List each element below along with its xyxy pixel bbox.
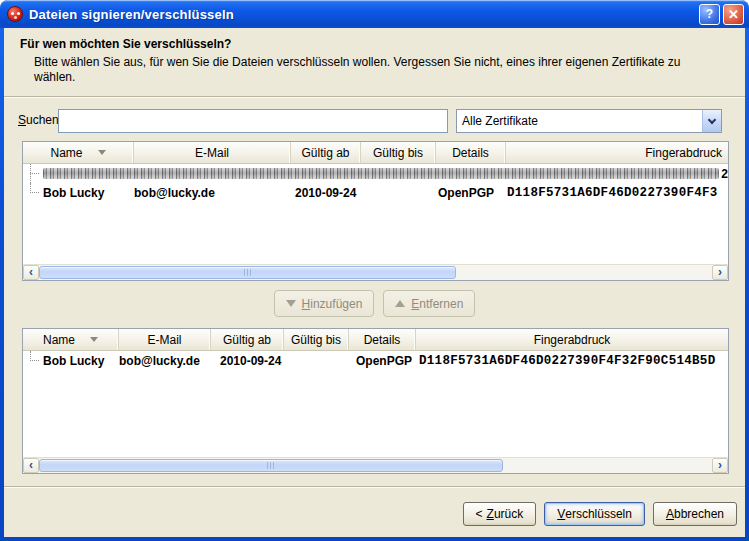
table-row-bob-lucky[interactable]: Bob Lucky bob@lucky.de 2010-09-24 OpenPG… bbox=[23, 183, 728, 202]
tree-branch-icon bbox=[28, 183, 40, 202]
combobox-dropdown-button[interactable] bbox=[702, 110, 721, 132]
cell-fingerprint: D118F5731A6DF46D0227390F4F3 bbox=[506, 186, 728, 200]
column-header-valid-from[interactable]: Gültig ab bbox=[211, 329, 284, 350]
column-header-name-label: Name bbox=[43, 333, 75, 347]
scrollbar-grip-icon bbox=[267, 462, 275, 469]
add-button[interactable]: Hinzufügen bbox=[274, 290, 375, 317]
move-down-icon bbox=[286, 300, 296, 307]
scrollbar-track[interactable] bbox=[39, 265, 712, 280]
add-button-label: Hinzufügen bbox=[302, 297, 363, 311]
selected-table-header: Name E-Mail Gültig ab Gültig bis Details… bbox=[23, 329, 728, 351]
cell-email: bob@lucky.de bbox=[119, 354, 211, 368]
encrypt-button[interactable]: Verschlüsseln bbox=[544, 502, 645, 526]
column-header-name[interactable]: Name bbox=[23, 329, 119, 350]
cell-name: Bob Lucky bbox=[43, 354, 104, 368]
add-button-rest: inzufügen bbox=[310, 297, 362, 311]
tree-branch-icon bbox=[28, 164, 40, 183]
scrollbar-thumb[interactable] bbox=[39, 459, 503, 472]
move-up-icon bbox=[395, 300, 405, 307]
search-label-rest: uchen: bbox=[26, 113, 62, 127]
column-header-email[interactable]: E-Mail bbox=[119, 329, 211, 350]
help-button[interactable]: ? bbox=[699, 4, 720, 25]
cancel-button[interactable]: Abbrechen bbox=[653, 502, 737, 526]
available-table-body: 2 Bob Lucky bob@lucky.de 2010-09-24 Open… bbox=[23, 164, 728, 264]
cell-details: OpenPGP bbox=[436, 186, 506, 200]
encrypt-button-accel: V bbox=[557, 507, 565, 521]
scroll-right-button[interactable]: › bbox=[712, 458, 728, 473]
cancel-button-accel: A bbox=[666, 507, 674, 521]
table-row-redacted[interactable]: 2 bbox=[23, 164, 728, 183]
column-header-fingerprint[interactable]: Fingerabdruck bbox=[506, 142, 728, 163]
scroll-left-icon: ‹ bbox=[29, 266, 33, 278]
remove-button-rest: ntfernen bbox=[419, 297, 463, 311]
column-header-valid-until-label: Gültig bis bbox=[373, 146, 423, 160]
sort-descending-icon bbox=[90, 337, 98, 342]
available-certificates-table: Name E-Mail Gültig ab Gültig bis Details… bbox=[22, 141, 729, 281]
column-header-name[interactable]: Name bbox=[23, 142, 134, 163]
scroll-left-icon: ‹ bbox=[29, 459, 33, 471]
remove-button-label: Entfernen bbox=[411, 297, 463, 311]
column-header-details-label: Details bbox=[364, 333, 401, 347]
selected-table-hscrollbar[interactable]: ‹ › bbox=[23, 457, 728, 473]
window-title: Dateien signieren/verschlüsseln bbox=[29, 7, 696, 22]
titlebar: Dateien signieren/verschlüsseln ? ✕ bbox=[0, 0, 749, 28]
back-button-accel: Z bbox=[487, 507, 494, 521]
back-button[interactable]: <Zurück bbox=[463, 502, 537, 526]
column-header-fingerprint[interactable]: Fingerabdruck bbox=[416, 329, 728, 350]
back-button-rest: urück bbox=[494, 507, 523, 521]
close-button[interactable]: ✕ bbox=[723, 4, 744, 25]
column-header-details[interactable]: Details bbox=[349, 329, 416, 350]
search-label: Suchen: bbox=[18, 113, 62, 127]
column-header-email-label: E-Mail bbox=[195, 146, 229, 160]
dialog-window: Dateien signieren/verschlüsseln ? ✕ Für … bbox=[0, 0, 749, 541]
close-icon: ✕ bbox=[728, 7, 739, 22]
footer-button-row: <Zurück Verschlüsseln Abbrechen bbox=[463, 502, 737, 526]
app-icon bbox=[7, 6, 23, 22]
scroll-left-button[interactable]: ‹ bbox=[23, 265, 39, 280]
search-label-accel: S bbox=[18, 113, 26, 127]
table-row-bob-lucky[interactable]: Bob Lucky bob@lucky.de 2010-09-24 OpenPG… bbox=[23, 351, 728, 370]
redacted-row-suffix: 2 bbox=[721, 167, 728, 181]
column-header-fingerprint-label: Fingerabdruck bbox=[534, 333, 611, 347]
cell-email: bob@lucky.de bbox=[134, 186, 291, 200]
scrollbar-thumb[interactable] bbox=[39, 266, 456, 279]
selected-table-body: Bob Lucky bob@lucky.de 2010-09-24 OpenPG… bbox=[23, 351, 728, 457]
header-separator bbox=[4, 96, 745, 98]
wizard-heading: Für wen möchten Sie verschlüsseln? bbox=[20, 37, 231, 51]
scrollbar-track[interactable] bbox=[39, 458, 712, 473]
help-icon: ? bbox=[706, 7, 713, 21]
cell-valid-from: 2010-09-24 bbox=[291, 186, 361, 200]
search-input[interactable] bbox=[58, 109, 448, 133]
available-table-header: Name E-Mail Gültig ab Gültig bis Details… bbox=[23, 142, 728, 164]
cancel-button-rest: bbrechen bbox=[674, 507, 724, 521]
certificate-filter-value: Alle Zertifikate bbox=[457, 114, 702, 128]
column-header-valid-until[interactable]: Gültig bis bbox=[284, 329, 349, 350]
column-header-valid-until-label: Gültig bis bbox=[291, 333, 341, 347]
certificate-filter-combobox[interactable]: Alle Zertifikate bbox=[456, 109, 722, 133]
remove-button[interactable]: Entfernen bbox=[383, 290, 475, 317]
column-header-valid-until[interactable]: Gültig bis bbox=[361, 142, 436, 163]
cell-fingerprint: D118F5731A6DF46D0227390F4F32F90C514B5D bbox=[416, 354, 728, 368]
scroll-right-icon: › bbox=[718, 266, 722, 278]
column-header-details-label: Details bbox=[452, 146, 489, 160]
sort-descending-icon bbox=[98, 150, 106, 155]
column-header-valid-from-label: Gültig ab bbox=[301, 146, 349, 160]
chevron-down-icon bbox=[708, 115, 716, 123]
column-header-email-label: E-Mail bbox=[147, 333, 181, 347]
footer-separator bbox=[4, 486, 745, 488]
dialog-content: Für wen möchten Sie verschlüsseln? Bitte… bbox=[4, 28, 745, 537]
scroll-left-button[interactable]: ‹ bbox=[23, 458, 39, 473]
scrollbar-grip-icon bbox=[244, 269, 252, 276]
scroll-right-button[interactable]: › bbox=[712, 265, 728, 280]
column-header-email[interactable]: E-Mail bbox=[134, 142, 291, 163]
cell-details: OpenPGP bbox=[349, 354, 416, 368]
tree-branch-icon bbox=[28, 351, 40, 370]
column-header-valid-from-label: Gültig ab bbox=[223, 333, 271, 347]
available-table-hscrollbar[interactable]: ‹ › bbox=[23, 264, 728, 280]
column-header-details[interactable]: Details bbox=[436, 142, 506, 163]
back-button-prefix: < bbox=[476, 507, 483, 521]
column-header-name-label: Name bbox=[50, 146, 82, 160]
scroll-right-icon: › bbox=[718, 459, 722, 471]
column-header-valid-from[interactable]: Gültig ab bbox=[291, 142, 361, 163]
column-header-fingerprint-label: Fingerabdruck bbox=[645, 146, 722, 160]
